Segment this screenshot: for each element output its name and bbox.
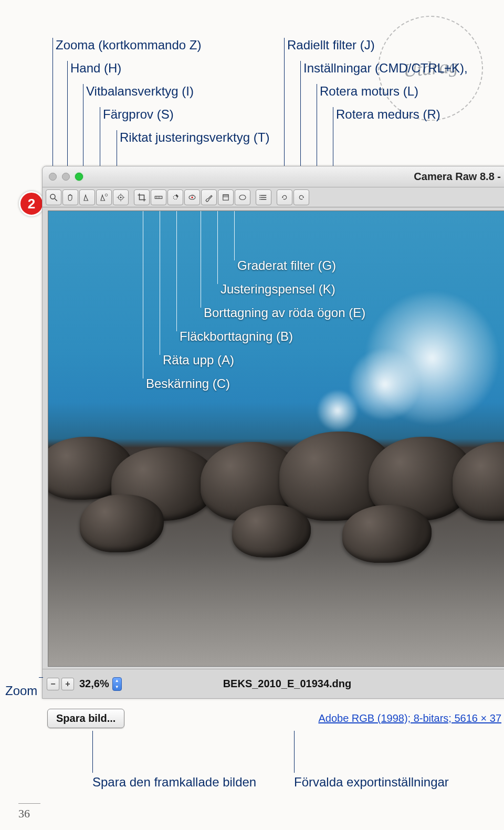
label-export-preset: Förvalda exportinställningar [294,775,449,790]
graduated-tool[interactable] [218,190,234,205]
svg-point-20 [239,195,246,199]
label-targetedadjust: Riktat justeringsverktyg (T) [120,130,269,145]
svg-line-1 [55,198,57,201]
redeye-tool[interactable] [184,190,200,205]
crop-tool[interactable] [134,190,150,205]
svg-point-0 [50,194,55,199]
label-save-button: Spara den framkallade bilden [92,775,256,790]
label-hand: Hand (H) [70,61,121,76]
settings-tool[interactable] [256,190,271,205]
label-redeye: Borttagning av röda ögon (E) [204,306,365,320]
page-number: 36 [18,803,40,821]
label-rotateccw: Rotera moturs (L) [320,84,418,99]
label-straighten: Räta upp (A) [163,353,234,367]
svg-point-26 [259,198,260,199]
rotate-cw-tool[interactable] [293,190,309,205]
label-settings: Inställningar (CMD/CTRL+K), [303,61,468,76]
svg-point-24 [259,195,260,196]
preview-image: Graderat filter (G) Justeringspensel (K)… [48,211,504,667]
toolbar [43,187,504,207]
export-settings-link[interactable]: Adobe RGB (1998); 8-bitars; 5616 × 37 [318,712,501,724]
filename: BEKS_2010_E_01934.dng [223,678,352,690]
label-colorsampler: Färgprov (S) [103,107,174,122]
targetedadjust-tool[interactable] [113,190,129,205]
statusbar: − + 32,6% ▲▼ BEKS_2010_E_01934.dng [43,669,504,698]
label-whitebalance: Vitbalansverktyg (I) [86,84,194,99]
brush-tool[interactable] [201,190,217,205]
zoom-value: 32,6% [79,678,109,690]
label-zoom: Zooma (kortkommando Z) [56,38,201,52]
close-dot[interactable] [49,173,57,181]
radial-tool[interactable] [235,190,250,205]
svg-point-25 [259,197,260,198]
colorsampler-tool[interactable] [96,190,112,205]
label-spot: Fläckborttagning (B) [180,329,293,344]
window-title: Camera Raw 8.8 - [414,171,501,183]
svg-rect-19 [223,194,229,197]
label-radialfilter: Radiellt filter (J) [287,38,375,52]
zoom-in-button[interactable]: + [61,678,74,690]
spot-tool[interactable] [167,190,183,205]
svg-rect-9 [155,196,162,198]
whitebalance-tool[interactable] [79,190,95,205]
label-brush: Justeringspensel (K) [220,282,335,297]
label-graduated: Graderat filter (G) [237,258,336,273]
zoom-stepper[interactable]: ▲▼ [112,677,122,691]
minimize-dot[interactable] [62,173,70,181]
rotate-ccw-tool[interactable] [277,190,292,205]
zoom-tool[interactable] [46,190,61,205]
hand-tool[interactable] [62,190,78,205]
label-zoom-status: Zoom [5,684,37,698]
svg-point-4 [120,196,122,198]
camera-raw-window: Camera Raw 8.8 - [42,166,504,699]
zoom-out-button[interactable]: − [47,678,59,690]
label-crop: Beskärning (C) [146,376,230,391]
label-rotatecw: Rotera medurs (R) [336,107,440,122]
svg-point-2 [105,194,108,196]
zoom-dot[interactable] [75,173,83,181]
svg-point-15 [192,196,193,198]
titlebar: Camera Raw 8.8 - [43,166,504,187]
window-controls[interactable] [49,173,83,181]
save-image-button[interactable]: Spara bild... [47,709,124,728]
straighten-tool[interactable] [151,190,166,205]
step-badge: 2 [19,191,44,216]
